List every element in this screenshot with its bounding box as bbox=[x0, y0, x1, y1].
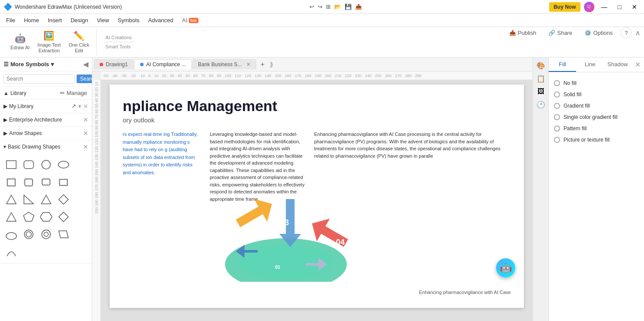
my-library-header[interactable]: ▶ My Library ↗ + ✕ bbox=[0, 100, 92, 113]
single-color-gradient-option[interactable]: Single color gradient fill bbox=[554, 112, 639, 123]
shape-diamond2[interactable] bbox=[56, 209, 71, 225]
svg-point-2 bbox=[42, 160, 50, 169]
basic-shapes-close-icon[interactable]: ✕ bbox=[83, 143, 88, 150]
minimize-btn[interactable]: — bbox=[598, 3, 611, 10]
menu-symbols[interactable]: Symbols bbox=[114, 15, 144, 25]
right-panel-close-icon[interactable]: ✕ bbox=[631, 59, 644, 71]
publish-button[interactable]: 📤 Publish bbox=[505, 28, 541, 38]
arrow-shapes-close-icon[interactable]: ✕ bbox=[83, 130, 88, 137]
basic-drawing-shapes-label: ▾ Basic Drawing Shapes bbox=[3, 144, 60, 150]
menu-file[interactable]: File bbox=[2, 15, 20, 25]
collapse-panel-icon[interactable]: ∧ bbox=[635, 29, 641, 37]
search-input[interactable] bbox=[3, 74, 75, 84]
tab-line[interactable]: Line bbox=[576, 57, 604, 72]
menu-view[interactable]: View bbox=[93, 15, 114, 25]
menu-home[interactable]: Home bbox=[20, 15, 44, 25]
menu-insert[interactable]: Insert bbox=[44, 15, 67, 25]
svg-point-24 bbox=[44, 232, 48, 237]
shape-ring2[interactable] bbox=[38, 226, 54, 242]
fill-panel-icon[interactable]: 🎨 bbox=[535, 59, 547, 71]
sidebar-title: ☰ More Symbols ▾ bbox=[3, 61, 54, 68]
add-library-icon[interactable]: + bbox=[78, 103, 81, 110]
options-button[interactable]: ⚙️ Options bbox=[580, 28, 617, 38]
pattern-fill-option[interactable]: Pattern fill bbox=[554, 123, 639, 134]
shape-pentagon[interactable] bbox=[21, 209, 37, 225]
shape-shadow-rect1[interactable] bbox=[3, 174, 19, 190]
one-click-edit-button[interactable]: ✏️ One ClickEdit bbox=[65, 29, 93, 55]
close-library-icon[interactable]: ✕ bbox=[83, 103, 88, 110]
canvas-area: Drawing1 AI Compliance ... Bank Business… bbox=[92, 57, 533, 321]
undo-btn[interactable]: ↩ bbox=[309, 3, 314, 10]
edraw-ai-icon: 🤖 bbox=[15, 33, 26, 44]
shape-shadow-rect3[interactable] bbox=[38, 174, 54, 190]
library-label[interactable]: ▲ Library bbox=[3, 90, 27, 96]
manage-link[interactable]: ✏ Manage bbox=[59, 89, 88, 97]
shape-rectangle[interactable] bbox=[3, 157, 19, 172]
shape-shadow-rect2[interactable] bbox=[21, 174, 37, 190]
shape-empty2 bbox=[73, 174, 89, 190]
search-button[interactable]: Search bbox=[77, 74, 92, 83]
sidebar-dropdown-icon[interactable]: ▾ bbox=[51, 61, 54, 68]
menu-advanced[interactable]: Advanced bbox=[144, 15, 178, 25]
arrow-shapes-header[interactable]: ▶ Arrow Shapes ✕ bbox=[0, 127, 92, 140]
single-color-gradient-radio bbox=[554, 114, 560, 120]
tab-ai-compliance[interactable]: AI Compliance ... bbox=[134, 59, 191, 69]
shape-triangle[interactable] bbox=[3, 192, 19, 207]
edraw-ai-label: Edraw AI bbox=[10, 45, 30, 51]
shape-diamond[interactable] bbox=[56, 192, 71, 207]
solid-fill-option[interactable]: Solid fill bbox=[554, 89, 639, 100]
basic-drawing-shapes-header[interactable]: ▾ Basic Drawing Shapes ✕ bbox=[0, 140, 92, 153]
tab-shadow[interactable]: Shadow bbox=[604, 57, 631, 72]
tab-close-bank[interactable]: ✕ bbox=[246, 61, 251, 68]
shape-ring[interactable] bbox=[21, 226, 37, 242]
shape-arc[interactable] bbox=[3, 244, 19, 260]
shape-circle[interactable] bbox=[38, 157, 54, 172]
share-button[interactable]: 🔗 Share bbox=[544, 28, 577, 38]
gradient-fill-option[interactable]: Gradient fill bbox=[554, 100, 639, 112]
sidebar-menu-icon: ☰ bbox=[3, 61, 9, 68]
buy-now-button[interactable]: Buy Now bbox=[549, 2, 580, 12]
redo-btn[interactable]: ↪ bbox=[318, 3, 322, 10]
tab-label-drawing1: Drawing1 bbox=[106, 61, 128, 68]
shape-ellipse[interactable] bbox=[56, 157, 71, 172]
picture-fill-option[interactable]: Picture or texture fill bbox=[554, 134, 639, 145]
new-btn[interactable]: ⊞ bbox=[326, 3, 331, 10]
shape-oval[interactable] bbox=[3, 226, 19, 242]
enterprise-close-icon[interactable]: ✕ bbox=[83, 116, 88, 123]
enterprise-architecture-header[interactable]: ▶ Enterprise Architecture ✕ bbox=[0, 113, 92, 126]
export-library-icon[interactable]: ↗ bbox=[71, 103, 76, 110]
shape-rounded-rectangle[interactable] bbox=[21, 157, 37, 172]
my-library-expand-icon: ▶ bbox=[3, 103, 7, 109]
my-library-section: ▶ My Library ↗ + ✕ bbox=[0, 100, 92, 113]
svg-point-3 bbox=[58, 161, 69, 168]
open-btn[interactable]: 📂 bbox=[334, 3, 341, 10]
shape-parallelogram[interactable] bbox=[56, 226, 71, 242]
menu-design[interactable]: Design bbox=[66, 15, 92, 25]
no-fill-option[interactable]: No fill bbox=[554, 78, 639, 89]
shape-right-triangle[interactable] bbox=[21, 192, 37, 207]
tab-drawing1[interactable]: Drawing1 bbox=[94, 59, 134, 69]
sidebar-collapse-icon[interactable]: ◀ bbox=[83, 60, 88, 68]
maximize-btn[interactable]: □ bbox=[614, 3, 625, 10]
tab-bank-business[interactable]: Bank Business S... ✕ bbox=[192, 59, 256, 69]
user-avatar[interactable]: U bbox=[584, 2, 594, 12]
shape-hexagon[interactable] bbox=[38, 209, 54, 225]
help-button[interactable]: ? bbox=[621, 27, 632, 38]
shape-shadow-rect4[interactable] bbox=[56, 174, 71, 190]
properties-panel-icon[interactable]: 📋 bbox=[535, 72, 547, 84]
save-btn[interactable]: 💾 bbox=[345, 3, 352, 10]
history-panel-icon[interactable]: 🕐 bbox=[535, 98, 547, 111]
close-btn[interactable]: ✕ bbox=[628, 3, 641, 10]
add-tab-button[interactable]: + bbox=[257, 59, 268, 70]
ai-assistant-button[interactable]: 🤖 bbox=[496, 258, 515, 277]
export-btn[interactable]: 📤 bbox=[355, 3, 362, 10]
shape-triangle2[interactable] bbox=[38, 192, 54, 207]
canvas-content[interactable]: npliance Management ory outlook rs expec… bbox=[101, 80, 533, 321]
shape-triangle3[interactable] bbox=[3, 209, 19, 225]
edraw-ai-button[interactable]: 🤖 Edraw AI bbox=[7, 31, 33, 52]
image-extraction-button[interactable]: 🖼️ Image TextExtraction bbox=[34, 29, 64, 55]
tab-fill[interactable]: Fill bbox=[549, 57, 576, 72]
menu-ai[interactable]: AI hot bbox=[178, 15, 202, 25]
image-panel-icon[interactable]: 🖼 bbox=[535, 85, 547, 98]
more-tabs-icon[interactable]: ⟫ bbox=[270, 61, 273, 68]
